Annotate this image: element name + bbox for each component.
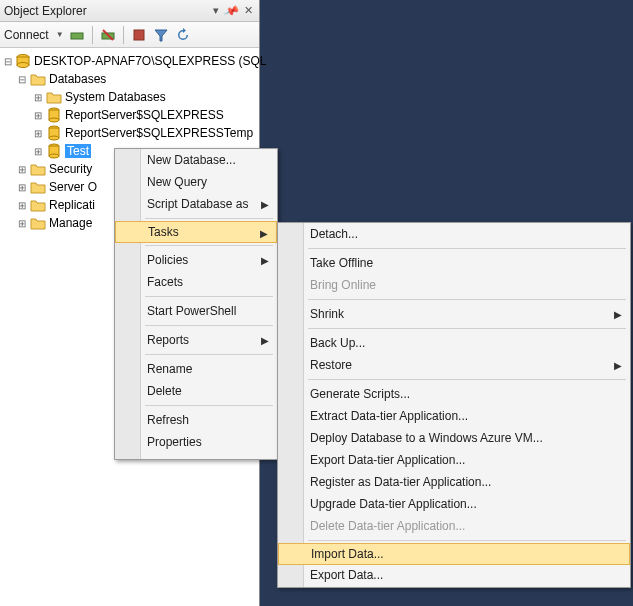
replication-label: Replicati [49, 198, 95, 212]
test-db-label: Test [65, 144, 91, 158]
menu-separator [145, 296, 273, 297]
menu-separator [145, 354, 273, 355]
expand-icon[interactable]: ⊞ [16, 182, 27, 193]
menu-new-database[interactable]: New Database... [115, 149, 277, 171]
expand-icon[interactable]: ⊞ [16, 218, 27, 229]
server-objects-label: Server O [49, 180, 97, 194]
menu-rename[interactable]: Rename [115, 358, 277, 380]
connect-dropdown-icon[interactable]: ▼ [56, 30, 64, 39]
menu-delete-dta: Delete Data-tier Application... [278, 515, 630, 537]
folder-icon [30, 179, 46, 195]
svg-rect-3 [134, 30, 144, 40]
menu-register-dta[interactable]: Register as Data-tier Application... [278, 471, 630, 493]
database-icon [46, 107, 62, 123]
menu-separator [145, 218, 273, 219]
menu-extract-dta[interactable]: Extract Data-tier Application... [278, 405, 630, 427]
disconnect-icon[interactable] [99, 26, 117, 44]
tree-system-databases[interactable]: ⊞ System Databases [4, 88, 259, 106]
submenu-arrow-icon: ▶ [614, 309, 622, 320]
expand-icon[interactable]: ⊞ [16, 200, 27, 211]
refresh-icon[interactable] [174, 26, 192, 44]
tree-reportserver[interactable]: ⊞ ReportServer$SQLEXPRESS [4, 106, 259, 124]
menu-separator [308, 328, 626, 329]
stop-icon[interactable] [130, 26, 148, 44]
context-menu-tasks: Detach... Take Offline Bring Online Shri… [277, 222, 631, 588]
expand-icon[interactable]: ⊞ [32, 92, 43, 103]
security-label: Security [49, 162, 92, 176]
collapse-icon[interactable]: ⊟ [4, 56, 12, 67]
folder-icon [30, 161, 46, 177]
menu-separator [145, 405, 273, 406]
menu-policies[interactable]: Policies▶ [115, 249, 277, 271]
folder-icon [46, 89, 62, 105]
folder-icon [30, 197, 46, 213]
tree-server[interactable]: ⊟ DESKTOP-APNAF7O\SQLEXPRESS (SQL [4, 52, 259, 70]
menu-deploy-azure[interactable]: Deploy Database to a Windows Azure VM... [278, 427, 630, 449]
menu-restore[interactable]: Restore▶ [278, 354, 630, 376]
menu-detach[interactable]: Detach... [278, 223, 630, 245]
folder-icon [30, 215, 46, 231]
submenu-arrow-icon: ▶ [261, 255, 269, 266]
expand-icon[interactable]: ⊞ [32, 146, 43, 157]
toolbar: Connect▼ [0, 22, 259, 48]
svg-point-13 [49, 136, 59, 140]
dropdown-icon[interactable]: ▾ [209, 4, 223, 18]
server-label: DESKTOP-APNAF7O\SQLEXPRESS (SQL [34, 54, 267, 68]
context-menu-database: New Database... New Query Script Databas… [114, 148, 278, 460]
menu-upgrade-dta[interactable]: Upgrade Data-tier Application... [278, 493, 630, 515]
submenu-arrow-icon: ▶ [261, 199, 269, 210]
pin-icon[interactable]: 📌 [223, 2, 241, 20]
menu-separator [145, 245, 273, 246]
collapse-icon[interactable]: ⊟ [16, 74, 27, 85]
menu-facets[interactable]: Facets [115, 271, 277, 293]
filter-icon[interactable] [152, 26, 170, 44]
menu-backup[interactable]: Back Up... [278, 332, 630, 354]
server-icon [15, 53, 31, 69]
menu-new-query[interactable]: New Query [115, 171, 277, 193]
menu-delete[interactable]: Delete [115, 380, 277, 402]
submenu-arrow-icon: ▶ [260, 228, 268, 239]
management-label: Manage [49, 216, 92, 230]
submenu-arrow-icon: ▶ [261, 335, 269, 346]
svg-marker-4 [155, 30, 167, 41]
expand-icon[interactable]: ⊞ [32, 110, 43, 121]
connect-icon[interactable] [68, 26, 86, 44]
menu-properties[interactable]: Properties [115, 431, 277, 453]
database-icon [46, 125, 62, 141]
menu-separator [145, 325, 273, 326]
connect-button[interactable]: Connect [4, 28, 51, 42]
menu-start-powershell[interactable]: Start PowerShell [115, 300, 277, 322]
menu-script-database[interactable]: Script Database as▶ [115, 193, 277, 215]
expand-icon[interactable]: ⊞ [32, 128, 43, 139]
menu-separator [308, 379, 626, 380]
folder-icon [30, 71, 46, 87]
svg-point-16 [49, 154, 59, 158]
menu-separator [308, 540, 626, 541]
tree-reportserver-temp[interactable]: ⊞ ReportServer$SQLEXPRESSTemp [4, 124, 259, 142]
menu-take-offline[interactable]: Take Offline [278, 252, 630, 274]
menu-export-dta[interactable]: Export Data-tier Application... [278, 449, 630, 471]
menu-export-data[interactable]: Export Data... [278, 564, 630, 586]
menu-reports[interactable]: Reports▶ [115, 329, 277, 351]
svg-rect-0 [71, 33, 83, 39]
menu-generate-scripts[interactable]: Generate Scripts... [278, 383, 630, 405]
menu-shrink[interactable]: Shrink▶ [278, 303, 630, 325]
close-icon[interactable]: ✕ [241, 4, 255, 18]
tree-databases[interactable]: ⊟ Databases [4, 70, 259, 88]
menu-bring-online: Bring Online [278, 274, 630, 296]
menu-refresh[interactable]: Refresh [115, 409, 277, 431]
submenu-arrow-icon: ▶ [614, 360, 622, 371]
databases-label: Databases [49, 72, 106, 86]
panel-title: Object Explorer [4, 4, 207, 18]
reportserver-temp-label: ReportServer$SQLEXPRESSTemp [65, 126, 253, 140]
menu-separator [308, 299, 626, 300]
expand-icon[interactable]: ⊞ [16, 164, 27, 175]
svg-point-7 [17, 63, 29, 68]
database-icon [46, 143, 62, 159]
menu-import-data[interactable]: Import Data... [278, 543, 630, 565]
menu-tasks[interactable]: Tasks▶ [115, 221, 277, 243]
reportserver-label: ReportServer$SQLEXPRESS [65, 108, 224, 122]
system-databases-label: System Databases [65, 90, 166, 104]
svg-point-10 [49, 118, 59, 122]
menu-separator [308, 248, 626, 249]
